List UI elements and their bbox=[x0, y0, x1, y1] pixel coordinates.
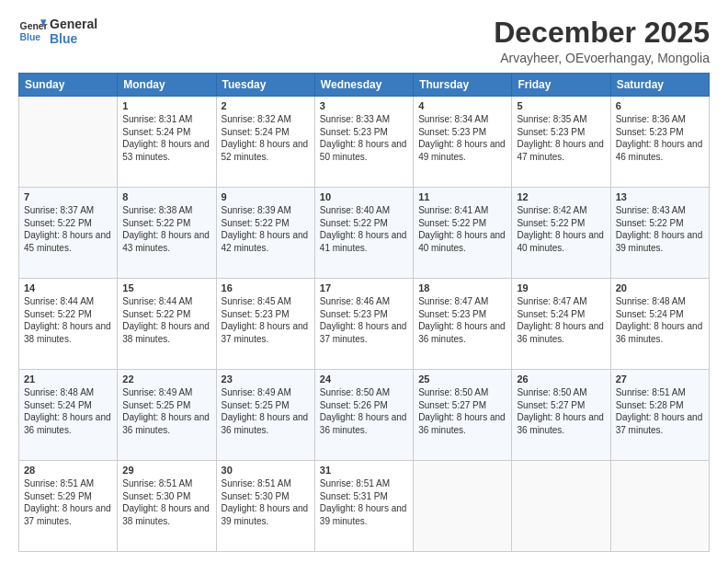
day-info: Sunrise: 8:47 AMSunset: 5:23 PMDaylight:… bbox=[418, 295, 506, 345]
cell-w4-d1: 21Sunrise: 8:48 AMSunset: 5:24 PMDayligh… bbox=[19, 370, 118, 461]
cell-w5-d7 bbox=[610, 461, 709, 552]
cell-w3-d7: 20Sunrise: 8:48 AMSunset: 5:24 PMDayligh… bbox=[610, 279, 709, 370]
cell-w1-d6: 5Sunrise: 8:35 AMSunset: 5:23 PMDaylight… bbox=[512, 97, 610, 188]
day-info: Sunrise: 8:51 AMSunset: 5:29 PMDaylight:… bbox=[24, 477, 112, 527]
cell-w1-d2: 1Sunrise: 8:31 AMSunset: 5:24 PMDaylight… bbox=[118, 97, 216, 188]
day-info: Sunrise: 8:38 AMSunset: 5:22 PMDaylight:… bbox=[122, 204, 210, 254]
cell-w5-d3: 30Sunrise: 8:51 AMSunset: 5:30 PMDayligh… bbox=[216, 461, 314, 552]
day-number: 31 bbox=[320, 465, 408, 476]
day-number: 4 bbox=[418, 100, 506, 111]
cell-w1-d3: 2Sunrise: 8:32 AMSunset: 5:24 PMDaylight… bbox=[216, 97, 314, 188]
day-info: Sunrise: 8:48 AMSunset: 5:24 PMDaylight:… bbox=[616, 295, 704, 345]
day-info: Sunrise: 8:45 AMSunset: 5:23 PMDaylight:… bbox=[222, 295, 310, 345]
cell-w1-d1 bbox=[19, 97, 118, 188]
cell-w4-d7: 27Sunrise: 8:51 AMSunset: 5:28 PMDayligh… bbox=[610, 370, 709, 461]
day-number: 9 bbox=[222, 191, 310, 202]
day-info: Sunrise: 8:43 AMSunset: 5:22 PMDaylight:… bbox=[616, 204, 704, 254]
cell-w2-d5: 11Sunrise: 8:41 AMSunset: 5:22 PMDayligh… bbox=[414, 188, 512, 279]
day-number: 26 bbox=[517, 373, 605, 385]
day-info: Sunrise: 8:40 AMSunset: 5:22 PMDaylight:… bbox=[320, 204, 408, 254]
day-number: 15 bbox=[122, 282, 210, 293]
cell-w5-d4: 31Sunrise: 8:51 AMSunset: 5:31 PMDayligh… bbox=[314, 461, 413, 552]
col-sunday: Sunday bbox=[19, 74, 118, 97]
day-info: Sunrise: 8:50 AMSunset: 5:26 PMDaylight:… bbox=[320, 386, 408, 436]
col-saturday: Saturday bbox=[610, 74, 709, 97]
day-info: Sunrise: 8:51 AMSunset: 5:31 PMDaylight:… bbox=[320, 477, 408, 527]
cell-w4-d2: 22Sunrise: 8:49 AMSunset: 5:25 PMDayligh… bbox=[118, 370, 216, 461]
cell-w5-d5 bbox=[414, 461, 512, 552]
page: General Blue General Blue December 2025 … bbox=[0, 0, 728, 563]
week-row-5: 28Sunrise: 8:51 AMSunset: 5:29 PMDayligh… bbox=[19, 461, 710, 552]
logo-line1: General bbox=[50, 17, 97, 31]
day-number: 21 bbox=[24, 373, 112, 385]
cell-w3-d5: 18Sunrise: 8:47 AMSunset: 5:23 PMDayligh… bbox=[414, 279, 512, 370]
day-number: 25 bbox=[418, 373, 506, 385]
week-row-2: 7Sunrise: 8:37 AMSunset: 5:22 PMDaylight… bbox=[19, 188, 710, 279]
col-monday: Monday bbox=[118, 74, 216, 97]
logo: General Blue General Blue bbox=[18, 17, 97, 46]
subtitle: Arvayheer, OEvoerhangay, Mongolia bbox=[494, 51, 710, 65]
cell-w4-d3: 23Sunrise: 8:49 AMSunset: 5:25 PMDayligh… bbox=[216, 370, 314, 461]
day-info: Sunrise: 8:51 AMSunset: 5:28 PMDaylight:… bbox=[616, 386, 704, 436]
day-number: 19 bbox=[517, 282, 605, 293]
cell-w3-d1: 14Sunrise: 8:44 AMSunset: 5:22 PMDayligh… bbox=[19, 279, 118, 370]
week-row-1: 1Sunrise: 8:31 AMSunset: 5:24 PMDaylight… bbox=[19, 97, 710, 188]
day-info: Sunrise: 8:50 AMSunset: 5:27 PMDaylight:… bbox=[418, 386, 506, 436]
col-wednesday: Wednesday bbox=[314, 74, 413, 97]
day-info: Sunrise: 8:51 AMSunset: 5:30 PMDaylight:… bbox=[122, 477, 210, 527]
day-number: 10 bbox=[320, 191, 408, 202]
cell-w5-d6 bbox=[512, 461, 610, 552]
day-info: Sunrise: 8:37 AMSunset: 5:22 PMDaylight:… bbox=[24, 204, 112, 254]
day-info: Sunrise: 8:49 AMSunset: 5:25 PMDaylight:… bbox=[122, 386, 210, 436]
day-number: 3 bbox=[320, 100, 408, 111]
day-info: Sunrise: 8:51 AMSunset: 5:30 PMDaylight:… bbox=[222, 477, 310, 527]
day-number: 20 bbox=[616, 282, 704, 293]
day-number: 2 bbox=[222, 100, 310, 111]
col-tuesday: Tuesday bbox=[216, 74, 314, 97]
day-number: 30 bbox=[222, 465, 310, 476]
day-number: 28 bbox=[24, 465, 112, 476]
day-number: 18 bbox=[418, 282, 506, 293]
day-info: Sunrise: 8:47 AMSunset: 5:24 PMDaylight:… bbox=[517, 295, 605, 345]
day-number: 29 bbox=[122, 465, 210, 476]
week-row-4: 21Sunrise: 8:48 AMSunset: 5:24 PMDayligh… bbox=[19, 370, 710, 461]
col-thursday: Thursday bbox=[414, 74, 512, 97]
cell-w4-d4: 24Sunrise: 8:50 AMSunset: 5:26 PMDayligh… bbox=[314, 370, 413, 461]
day-info: Sunrise: 8:33 AMSunset: 5:23 PMDaylight:… bbox=[320, 113, 408, 163]
day-number: 7 bbox=[24, 191, 112, 202]
cell-w3-d4: 17Sunrise: 8:46 AMSunset: 5:23 PMDayligh… bbox=[314, 279, 413, 370]
cell-w1-d4: 3Sunrise: 8:33 AMSunset: 5:23 PMDaylight… bbox=[314, 97, 413, 188]
cell-w3-d3: 16Sunrise: 8:45 AMSunset: 5:23 PMDayligh… bbox=[216, 279, 314, 370]
day-info: Sunrise: 8:48 AMSunset: 5:24 PMDaylight:… bbox=[24, 386, 112, 436]
day-info: Sunrise: 8:44 AMSunset: 5:22 PMDaylight:… bbox=[122, 295, 210, 345]
day-info: Sunrise: 8:32 AMSunset: 5:24 PMDaylight:… bbox=[222, 113, 310, 163]
day-number: 5 bbox=[517, 100, 605, 111]
day-number: 16 bbox=[222, 282, 310, 293]
day-number: 23 bbox=[222, 373, 310, 385]
day-info: Sunrise: 8:46 AMSunset: 5:23 PMDaylight:… bbox=[320, 295, 408, 345]
title-block: December 2025 Arvayheer, OEvoerhangay, M… bbox=[494, 17, 710, 65]
day-info: Sunrise: 8:49 AMSunset: 5:25 PMDaylight:… bbox=[222, 386, 310, 436]
cell-w3-d2: 15Sunrise: 8:44 AMSunset: 5:22 PMDayligh… bbox=[118, 279, 216, 370]
day-number: 22 bbox=[122, 373, 210, 385]
day-number: 13 bbox=[616, 191, 704, 202]
cell-w2-d3: 9Sunrise: 8:39 AMSunset: 5:22 PMDaylight… bbox=[216, 188, 314, 279]
cell-w2-d2: 8Sunrise: 8:38 AMSunset: 5:22 PMDaylight… bbox=[118, 188, 216, 279]
cell-w5-d1: 28Sunrise: 8:51 AMSunset: 5:29 PMDayligh… bbox=[19, 461, 118, 552]
cell-w1-d5: 4Sunrise: 8:34 AMSunset: 5:23 PMDaylight… bbox=[414, 97, 512, 188]
day-number: 24 bbox=[320, 373, 408, 385]
cell-w5-d2: 29Sunrise: 8:51 AMSunset: 5:30 PMDayligh… bbox=[118, 461, 216, 552]
day-info: Sunrise: 8:35 AMSunset: 5:23 PMDaylight:… bbox=[517, 113, 605, 163]
day-number: 12 bbox=[517, 191, 605, 202]
day-number: 14 bbox=[24, 282, 112, 293]
header: General Blue General Blue December 2025 … bbox=[18, 17, 710, 65]
day-number: 27 bbox=[616, 373, 704, 385]
calendar-table: Sunday Monday Tuesday Wednesday Thursday… bbox=[18, 73, 710, 552]
cell-w1-d7: 6Sunrise: 8:36 AMSunset: 5:23 PMDaylight… bbox=[610, 97, 709, 188]
cell-w4-d5: 25Sunrise: 8:50 AMSunset: 5:27 PMDayligh… bbox=[414, 370, 512, 461]
day-number: 1 bbox=[122, 100, 210, 111]
cell-w4-d6: 26Sunrise: 8:50 AMSunset: 5:27 PMDayligh… bbox=[512, 370, 610, 461]
cell-w2-d7: 13Sunrise: 8:43 AMSunset: 5:22 PMDayligh… bbox=[610, 188, 709, 279]
day-number: 17 bbox=[320, 282, 408, 293]
day-info: Sunrise: 8:31 AMSunset: 5:24 PMDaylight:… bbox=[122, 113, 210, 163]
